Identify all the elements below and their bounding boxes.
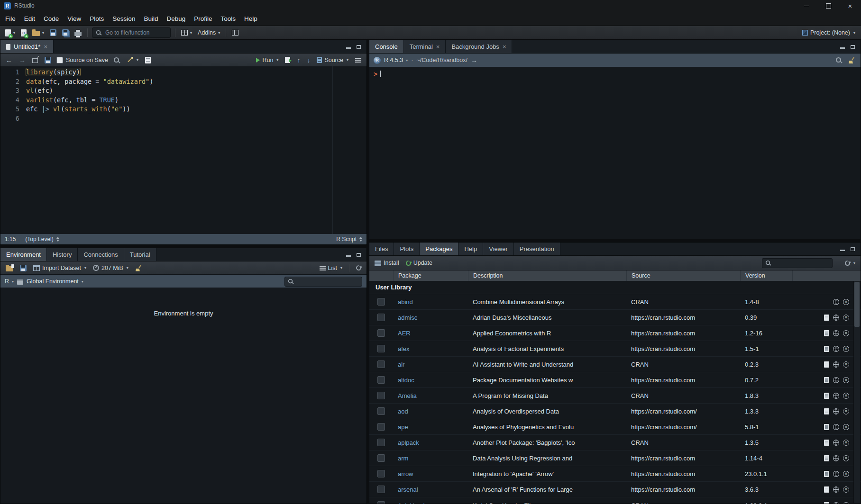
maximize-pane-button[interactable] [357,43,361,50]
scope-selector[interactable]: (Top Level) [25,236,59,243]
minimize-pane-button[interactable] [840,245,845,252]
files-tab[interactable]: Files [369,243,394,255]
scrollbar-thumb[interactable] [854,282,860,327]
manual-icon[interactable] [824,486,829,493]
environment-selector[interactable]: Global Environment ▾ [27,278,83,285]
remove-package-icon[interactable] [843,486,849,493]
source-on-save-checkbox[interactable]: Source on Save [56,57,108,63]
remove-package-icon[interactable] [843,346,849,352]
install-button[interactable]: Install [373,259,401,267]
package-name-link[interactable]: Amelia [393,392,468,399]
package-checkbox[interactable] [377,329,385,337]
save-button[interactable] [48,28,58,37]
remove-package-icon[interactable] [843,315,849,321]
website-icon[interactable] [833,424,839,430]
close-button[interactable]: × [839,0,861,11]
package-name-link[interactable]: aod [393,408,468,415]
package-checkbox[interactable] [377,392,385,399]
open-file-button[interactable]: ▾ [31,28,46,37]
website-icon[interactable] [833,455,839,461]
console-output[interactable]: > [369,67,861,239]
package-checkbox[interactable] [377,423,385,431]
source-button[interactable]: Source ▾ [315,56,350,64]
website-icon[interactable] [833,502,839,504]
menu-item[interactable]: Build [139,13,162,24]
packages-search-input[interactable] [774,259,829,267]
tab-close-icon[interactable]: × [436,44,440,50]
menu-item[interactable]: Plots [85,13,108,24]
menu-item[interactable]: Help [240,13,262,24]
package-name-link[interactable]: AER [393,330,468,337]
menu-item[interactable]: Session [108,13,139,24]
remove-package-icon[interactable] [843,502,849,504]
project-menu[interactable]: Project: (None) ▾ [802,29,857,36]
website-icon[interactable] [833,486,839,493]
code-line[interactable]: 1library(spicy) [0,68,366,77]
refresh-environment-button[interactable] [355,264,363,271]
remove-package-icon[interactable] [843,440,849,446]
code-line[interactable]: 2data(efc, package = "datawizard") [0,77,366,87]
goto-directory-icon[interactable]: → [471,57,477,63]
print-button[interactable] [73,29,83,37]
remove-package-icon[interactable] [843,424,849,430]
console-tab[interactable]: Terminal × [404,40,446,53]
package-name-link[interactable]: admisc [393,314,468,321]
package-checkbox[interactable] [377,501,385,504]
back-button[interactable]: ← [4,56,14,64]
package-name-link[interactable]: ape [393,423,468,431]
clear-console-button[interactable] [847,56,856,64]
package-checkbox[interactable] [377,407,385,415]
website-icon[interactable] [833,393,839,399]
package-name-link[interactable]: arrow [393,470,468,477]
menu-item[interactable]: Edit [20,13,39,24]
manual-icon[interactable] [824,346,829,352]
minimize-pane-button[interactable] [346,251,351,258]
menu-item[interactable]: Tools [216,13,240,24]
menu-item[interactable]: Profile [190,13,216,24]
website-icon[interactable] [833,315,839,321]
package-name-link[interactable]: arm [393,455,468,462]
menu-item[interactable]: View [63,13,85,24]
minimize-pane-button[interactable] [346,43,351,50]
run-button[interactable]: Run ▾ [255,56,280,64]
files-tab[interactable]: Help [458,243,483,255]
new-file-button[interactable]: ▾ [4,28,17,37]
files-tab[interactable]: Presentation [514,243,560,255]
open-in-new-window-button[interactable] [31,56,39,64]
manual-icon[interactable] [824,424,829,430]
code-line[interactable]: 3vl(efc) [0,86,366,96]
manual-icon[interactable] [824,455,829,461]
environment-tab[interactable]: History [47,248,78,261]
document-outline-button[interactable] [354,56,363,64]
package-name-link[interactable]: arsenal [393,486,468,493]
filetype-selector[interactable]: R Script [336,236,362,243]
website-icon[interactable] [833,471,839,477]
environment-tab[interactable]: Connections [78,248,124,261]
editor-tab[interactable]: Untitled1* × [0,40,54,53]
memory-usage-button[interactable]: 207 MiB ▾ [92,264,130,272]
load-workspace-button[interactable] [4,264,15,272]
manual-icon[interactable] [824,315,829,321]
go-to-previous-chunk-button[interactable]: ↑ [295,56,302,64]
maximize-pane-button[interactable] [357,251,361,258]
files-tab[interactable]: Viewer [483,243,514,255]
code-tools-button[interactable]: ▾ [125,56,140,64]
tab-close-icon[interactable]: × [44,44,47,50]
remove-package-icon[interactable] [843,330,849,336]
remove-package-icon[interactable] [843,471,849,477]
tab-close-icon[interactable]: × [503,44,506,50]
rerun-button[interactable] [284,56,292,64]
pane-layout-button[interactable] [230,29,240,36]
manual-icon[interactable] [824,408,829,414]
package-checkbox[interactable] [377,360,385,368]
website-icon[interactable] [833,361,839,368]
clear-workspace-button[interactable] [134,264,143,272]
vertical-scrollbar[interactable] [853,281,860,503]
code-line[interactable]: 5efc |> vl(starts_with("e")) [0,105,366,114]
package-checkbox[interactable] [377,454,385,462]
package-name-link[interactable]: abind [393,298,468,306]
environment-tab[interactable]: Environment [0,248,47,261]
minimize-button[interactable] [796,0,817,11]
refresh-packages-button[interactable]: ▾ [843,260,857,267]
package-checkbox[interactable] [377,298,385,306]
